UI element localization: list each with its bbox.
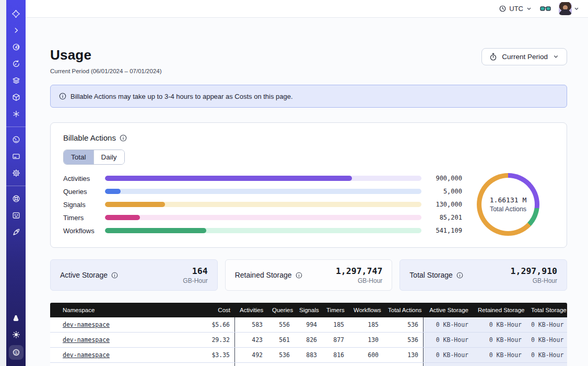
sidebar-item-docs[interactable] <box>10 209 22 222</box>
active-storage-label: Active Storage <box>60 271 108 279</box>
chevron-down-icon <box>526 6 532 12</box>
table-header-row: NamespaceCostActivitiesQueriesSignalsTim… <box>50 303 567 317</box>
table-row <box>50 363 567 366</box>
table-cell: 185 <box>322 317 349 332</box>
bar-track <box>105 176 421 181</box>
table-cell <box>473 363 526 366</box>
table-header-cell: Timers <box>322 303 349 317</box>
bar-category-label: Timers <box>63 214 98 222</box>
sidebar-item-theme[interactable] <box>10 328 22 341</box>
total-storage-value: 1,297,910 <box>511 266 557 276</box>
tab-total[interactable]: Total <box>64 150 93 164</box>
table-header-cell: Namespace <box>50 303 205 317</box>
table-cell: 536 <box>267 348 295 362</box>
feedback-glasses-button[interactable] <box>540 5 551 12</box>
tab-daily[interactable]: Daily <box>93 150 124 164</box>
table-cell: dev-namespace <box>50 317 205 332</box>
bar-row: Activities900,000 <box>63 175 462 182</box>
sidebar-item-usage-active[interactable]: $ <box>9 345 23 360</box>
sidebar-item-archive[interactable] <box>10 91 22 104</box>
namespace-usage-table: NamespaceCostActivitiesQueriesSignalsTim… <box>50 303 567 366</box>
bar-track <box>105 189 421 194</box>
namespace-link[interactable]: dev-namespace <box>63 336 110 344</box>
table-row: dev-namespace$5.665835569941851855360 KB… <box>50 317 567 333</box>
table-cell: 0 KB-Hour <box>423 348 473 362</box>
sidebar-item-schedules[interactable] <box>10 58 22 70</box>
table-header-cell: Cost <box>205 303 235 317</box>
info-icon[interactable] <box>111 272 118 279</box>
bar-row: Timers85,201 <box>63 214 462 222</box>
bar-category-label: Activities <box>63 175 98 182</box>
svg-text:$: $ <box>15 350 17 355</box>
table-header-cell: Total Storage <box>526 303 567 317</box>
page-title: Usage <box>50 47 162 63</box>
bar-value-label: 130,000 <box>429 201 462 208</box>
billable-view-toggle: Total Daily <box>63 150 125 165</box>
table-header-cell: Retained Storage <box>473 303 526 317</box>
sidebar-item-metrics[interactable] <box>10 133 22 146</box>
table-cell <box>322 363 349 366</box>
table-cell: 600 <box>349 348 383 362</box>
table-row: dev-namespace$3.354925368838166001300 KB… <box>50 348 567 363</box>
sidebar-item-settings[interactable] <box>10 167 22 179</box>
sidebar-bottom-group: $ <box>9 312 23 360</box>
chevron-down-icon <box>552 53 559 60</box>
asterisk-icon <box>12 110 20 118</box>
bar-value-label: 541,109 <box>429 227 462 234</box>
account-menu[interactable] <box>559 2 580 15</box>
table-cell: $5.66 <box>205 317 235 332</box>
table-cell: 185 <box>349 317 383 332</box>
sidebar-item-support[interactable] <box>10 192 22 205</box>
bar-category-label: Queries <box>63 188 98 196</box>
sidebar-item-labs[interactable] <box>10 312 22 324</box>
table-header-cell: Active Storage <box>423 303 473 317</box>
table-cell: 826 <box>295 333 322 347</box>
table-row: dev-namespace29.324235618268771305360 KB… <box>50 333 567 348</box>
sidebar: $ <box>6 0 26 366</box>
chevron-down-icon <box>573 6 580 12</box>
retained-storage-label: Retained Storage <box>235 271 292 279</box>
sidebar-item-getting-started[interactable] <box>10 226 22 238</box>
sidebar-item-namespaces[interactable] <box>10 41 22 53</box>
table-header-cell: Queries <box>267 303 295 317</box>
support-lifering-icon <box>12 195 20 203</box>
sidebar-item-deployments[interactable] <box>10 74 22 87</box>
sidebar-item-billing[interactable] <box>10 150 22 163</box>
period-selector-button[interactable]: Current Period <box>481 48 567 65</box>
sidebar-item-home[interactable] <box>10 7 22 20</box>
table-cell <box>50 363 205 366</box>
info-icon[interactable] <box>120 134 127 142</box>
sidebar-item-batch[interactable] <box>10 108 22 120</box>
timezone-selector[interactable]: UTC <box>499 5 532 13</box>
sidebar-item-expand[interactable] <box>10 24 22 37</box>
stopwatch-icon <box>489 53 497 61</box>
table-cell: 0 KB-Hour <box>526 317 567 332</box>
table-cell <box>235 363 267 366</box>
table-header-cell: Workflows <box>349 303 383 317</box>
table-cell: 0 KB-Hour <box>473 317 526 332</box>
table-cell <box>423 363 473 366</box>
table-cell <box>349 363 383 366</box>
table-cell: 0 KB-Hour <box>473 333 526 347</box>
info-icon[interactable] <box>456 272 463 279</box>
rocket-icon <box>12 228 20 236</box>
active-storage-value: 164 <box>183 266 207 276</box>
table-cell <box>267 363 295 366</box>
donut-total-label: Total Actions <box>490 205 526 213</box>
active-storage-unit: GB-Hour <box>183 277 207 284</box>
gauge-icon <box>12 135 20 144</box>
info-icon[interactable] <box>296 272 302 279</box>
table-cell: 0 KB-Hour <box>473 348 526 362</box>
table-cell <box>526 363 567 366</box>
table-cell: 0 KB-Hour <box>423 317 473 332</box>
namespace-link[interactable]: dev-namespace <box>63 321 110 328</box>
namespace-link[interactable]: dev-namespace <box>63 351 110 359</box>
table-cell: 994 <box>295 317 322 332</box>
retained-storage-card: Retained Storage 1,297,747 GB-Hour <box>225 259 393 291</box>
bar-value-label: 900,000 <box>429 175 462 182</box>
total-storage-label: Total Storage <box>409 271 453 279</box>
bar-fill <box>105 202 165 207</box>
info-banner: Billable Actions may take up to 3-4 hour… <box>50 85 567 108</box>
bar-fill <box>105 189 121 194</box>
table-cell: dev-namespace <box>50 348 205 362</box>
